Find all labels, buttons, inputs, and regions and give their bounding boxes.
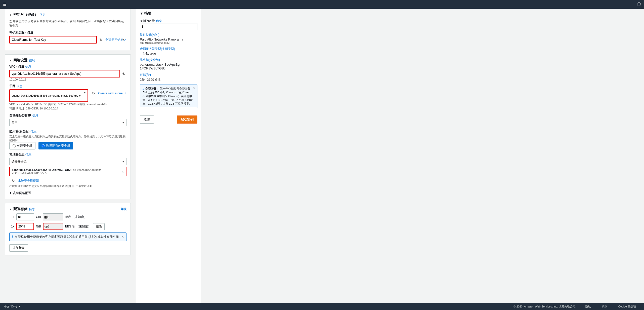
firewall-info-link[interactable]: 信息 bbox=[30, 129, 36, 134]
firewall-options: 创建安全组 选择现有的安全组 bbox=[9, 142, 126, 149]
vpc-info-link[interactable]: 信息 bbox=[25, 65, 31, 69]
network-title: 网络设置 bbox=[13, 58, 27, 63]
vpc-refresh[interactable]: ↻ bbox=[121, 71, 126, 77]
key-name-select[interactable]: CloudFormation-Test-Key bbox=[9, 36, 97, 44]
common-sg-info-link[interactable]: 信息 bbox=[25, 152, 31, 157]
storage-alert-close[interactable]: × bbox=[122, 235, 124, 239]
network-collapse-icon[interactable]: ▼ bbox=[9, 59, 12, 62]
auto-ip-info-link[interactable]: 信息 bbox=[32, 113, 38, 118]
add-volume-btn[interactable]: 添加新卷 bbox=[9, 244, 28, 252]
volume2-delete-btn[interactable]: 删除 bbox=[93, 223, 105, 230]
select-sg-option[interactable]: 选择现有的安全组 bbox=[38, 142, 73, 149]
instance-type-label[interactable]: 虚拟服务器类型(实例类型) bbox=[140, 47, 197, 51]
common-sg-wrapper: 选择安全组 ▼ bbox=[9, 158, 126, 165]
sg-remove-button[interactable]: × bbox=[122, 170, 124, 174]
create-sg-option[interactable]: 创建安全组 bbox=[9, 142, 35, 149]
create-keypair-link[interactable]: 创建新密钥对 ↗ bbox=[105, 38, 126, 42]
keypair-header: ▼ 密钥对（登录） 信息 bbox=[9, 13, 126, 17]
subnet-wrapper: subnet-0d663bd2d3dc383b5 panorama-stack-… bbox=[9, 89, 88, 102]
network-header: ▼ 网络设置 信息 bbox=[9, 58, 126, 63]
summary-firewall-label[interactable]: 防火墙(安全组) bbox=[140, 58, 197, 62]
storage-advanced-btn[interactable]: 高级 bbox=[120, 207, 126, 211]
volume2-desc: EBS 卷 （未加密） bbox=[65, 224, 91, 229]
keypair-desc: 您可以使用密钥对以安全的方式连接到实例。在启动实例之前，请确保您有权访问所选密钥… bbox=[9, 19, 126, 28]
compare-sg-link[interactable]: 比较安全组规则 bbox=[18, 179, 39, 183]
lang-label: 中文(简体) bbox=[4, 305, 17, 308]
subnet-field: 子网 信息 subnet-0d663bd2d3dc383b5 panorama-… bbox=[9, 84, 126, 110]
storage-info-link[interactable]: 信息 bbox=[29, 207, 35, 211]
volume1-desc: 根卷 （未加密） bbox=[65, 215, 87, 219]
sg-tag-content: panorama-stack-SecVpcSg-1FQR8WSLTGBJI sg… bbox=[12, 168, 120, 175]
volume1-type-select[interactable]: gp2 bbox=[43, 213, 63, 220]
storage-alert-text: 有资格使用免费套餐的客户最多可获得 30GB 的通用型 (SSD) 或磁性存储空… bbox=[15, 235, 119, 239]
instance-type-value: m4.4xlarge bbox=[140, 52, 197, 55]
summary-collapse-icon[interactable]: ▼ 摘要 bbox=[140, 11, 151, 16]
instance-count-info[interactable]: 信息 bbox=[156, 19, 162, 23]
volume2-type-select[interactable]: gp3 bbox=[43, 223, 63, 230]
storage-header-left: ▼ 配置存储 信息 bbox=[9, 207, 35, 211]
language-selector[interactable]: 中文(简体) ▼ bbox=[4, 305, 21, 308]
summary-storage-label[interactable]: 存储(卷) bbox=[140, 73, 197, 77]
subnet-select[interactable]: subnet-0d663bd2d3dc383b5 panorama-stack-… bbox=[9, 89, 88, 102]
copyright-text: © 2023, Amazon Web Services, Inc. 或其关联公司… bbox=[514, 305, 578, 308]
free-tier-box: × ℹ 免费套餐： 第一年包括每月免费套餐 AMI 上的 750 小时 t2.m… bbox=[140, 85, 197, 108]
subnet-actions: ↻ Create new subnet ↗ bbox=[90, 90, 126, 96]
free-tier-icon: ℹ bbox=[143, 87, 144, 90]
create-keypair-external-icon: ↗ bbox=[124, 38, 126, 42]
selected-sg-tag: panorama-stack-SecVpcSg-1FQR8WSLTGBJI sg… bbox=[9, 167, 126, 176]
instance-count-input[interactable] bbox=[140, 23, 197, 30]
sg-vpc: VPC: vpc-0dd41c3cb0116c555 bbox=[12, 172, 120, 175]
cancel-button[interactable]: 取消 bbox=[140, 115, 154, 124]
subnet-refresh[interactable]: ↻ bbox=[91, 90, 96, 96]
common-sg-select[interactable]: 选择安全组 bbox=[9, 158, 126, 165]
storage-title: 配置存储 bbox=[13, 207, 27, 211]
instance-count-label-row: 实例的数量 信息 bbox=[140, 19, 197, 23]
summary-firewall-value: panorama-stack-SecVpcSg-1FQR8WSLTGBJI bbox=[140, 63, 197, 70]
firewall-label: 防火墙(安全组) 信息 bbox=[9, 129, 126, 134]
firewall-desc: 安全组是一组负责为您控制到达您实例的流量的防火墙规则。添加规则，以允许特定流量到… bbox=[9, 135, 126, 142]
menu-icon[interactable]: ☰ bbox=[3, 2, 7, 7]
firewall-field: 防火墙(安全组) 信息 安全组是一组负责为您控制到达您实例的流量的防火墙规则。添… bbox=[9, 129, 126, 149]
subnet-info-link[interactable]: 信息 bbox=[16, 84, 22, 88]
sg-id: sg-0d6ca1bf64d8398fa bbox=[73, 168, 102, 171]
ami-id: ami-01e1c9eb0d08c582 bbox=[140, 41, 197, 44]
key-name-field: 密钥对名称 - 必填 CloudFormation-Test-Key ▼ ↻ 创… bbox=[9, 31, 126, 44]
create-subnet-link[interactable]: Create new subnet ↗ bbox=[98, 92, 126, 95]
summary-firewall-field: 防火墙(安全组) panorama-stack-SecVpcSg-1FQR8WS… bbox=[140, 58, 197, 70]
network-info-link[interactable]: 信息 bbox=[29, 58, 35, 63]
terms-link[interactable]: 条款 bbox=[598, 303, 611, 310]
cookie-link[interactable]: Cookie 首选项 bbox=[614, 303, 640, 310]
keypair-info-link[interactable]: 信息 bbox=[39, 13, 46, 17]
volume2-size-input[interactable] bbox=[16, 223, 34, 230]
sg-footer: ↻ 比较安全组规则 bbox=[9, 178, 126, 184]
storage-alert: ℹ 有资格使用免费套餐的客户最多可获得 30GB 的通用型 (SSD) 或磁性存… bbox=[9, 232, 126, 241]
key-name-label: 密钥对名称 - 必填 bbox=[9, 31, 126, 35]
advanced-network-toggle[interactable]: ▶ 高级网络配置 bbox=[9, 191, 126, 195]
common-sg-field: 常见安全组 信息 选择安全组 ▼ panorama-stack-SecVpcSg… bbox=[9, 152, 126, 188]
free-tier-close[interactable]: × bbox=[193, 86, 195, 90]
right-panel: ▼ 摘要 实例的数量 信息 软件映像(AMI) Palo Alto Networ… bbox=[136, 9, 201, 303]
sg-refresh[interactable]: ↻ bbox=[11, 178, 16, 184]
select-sg-radio[interactable] bbox=[41, 144, 45, 147]
volume1-size-input[interactable] bbox=[16, 213, 34, 220]
keypair-title: 密钥对（登录） bbox=[13, 13, 38, 17]
key-name-wrapper: CloudFormation-Test-Key ▼ ↻ 创建新密钥对 ↗ bbox=[9, 36, 126, 44]
subnet-detail2: 可用 IP 地址: 249 CIDR: 10.100.20.0/24 bbox=[9, 107, 126, 110]
ami-label[interactable]: 软件映像(AMI) bbox=[140, 33, 197, 37]
key-name-refresh[interactable]: ↻ bbox=[98, 37, 103, 43]
free-tier-title: 免费套餐： bbox=[145, 87, 159, 90]
vpc-field: VPC - 必填 信息 vpc-0dd41c3cb0116c555 (panor… bbox=[9, 65, 126, 81]
auto-ip-label: 自动分配公有 IP 信息 bbox=[9, 113, 126, 118]
vpc-select[interactable]: vpc-0dd41c3cb0116c555 (panorama-stack-Se… bbox=[9, 70, 120, 78]
keypair-section: ▼ 密钥对（登录） 信息 您可以使用密钥对以安全的方式连接到实例。在启动实例之前… bbox=[5, 9, 131, 50]
instance-type-field: 虚拟服务器类型(实例类型) m4.4xlarge bbox=[140, 47, 197, 55]
launch-button[interactable]: 启动实例 bbox=[177, 115, 197, 124]
storage-collapse-icon[interactable]: ▼ bbox=[9, 208, 12, 211]
privacy-link[interactable]: 隐私 bbox=[581, 303, 595, 310]
volume2-count: 1x bbox=[9, 225, 14, 228]
auto-ip-select[interactable]: 启用 bbox=[9, 119, 126, 126]
create-sg-radio[interactable] bbox=[13, 144, 16, 147]
sg-name: panorama-stack-SecVpcSg-1FQR8WSLTGBJI bbox=[12, 168, 71, 171]
auto-ip-field: 自动分配公有 IP 信息 启用 ▼ bbox=[9, 113, 126, 126]
keypair-collapse-icon[interactable]: ▼ bbox=[9, 14, 12, 16]
